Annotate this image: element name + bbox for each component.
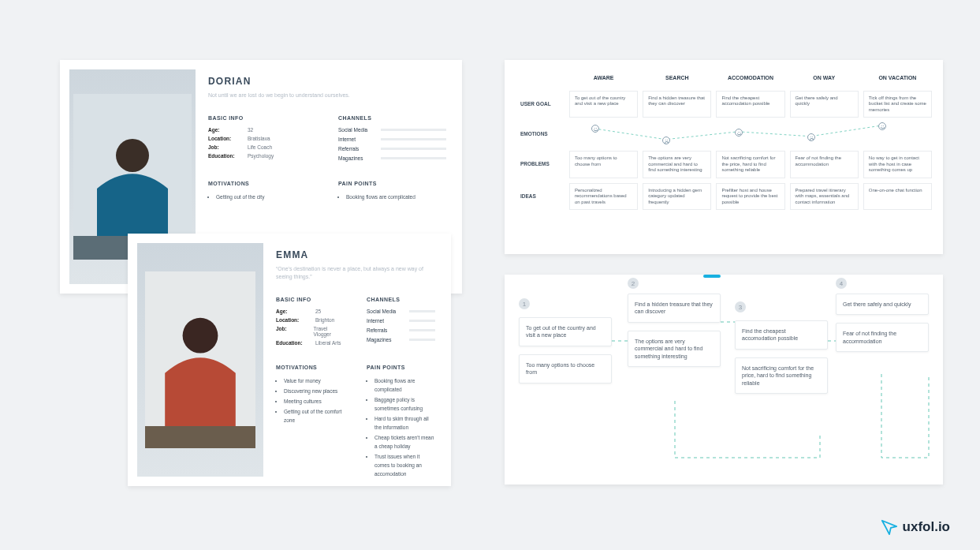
step-dot-active (703, 275, 721, 278)
journey-cell: Introducing a hidden gem category update… (643, 183, 711, 211)
channel-bar: Magazines (338, 155, 446, 161)
journey-row-ideas: IDEAS (516, 183, 565, 211)
flow-card: Too many options to choose from (519, 354, 612, 384)
channel-bar: Social Media (338, 127, 446, 133)
flow-card: To get out of the country and visit a ne… (519, 317, 612, 346)
brand-logo: uxfol.io (881, 518, 950, 536)
channel-bar: Social Media (367, 309, 435, 314)
persona-name: EMMA (276, 249, 435, 260)
journey-cell: Find the cheapest accomodation possible (716, 91, 784, 118)
svg-point-4 (183, 318, 218, 354)
journey-col-onway: ON WAY (790, 71, 859, 86)
step-dot: 1 (519, 298, 530, 309)
journey-map: AWARE SEARCH ACCOMODATION ON WAY ON VACA… (505, 60, 943, 254)
flow-card: Find a hidden treasure that they can dis… (628, 294, 721, 323)
journey-cell: One-on-one chat function (863, 183, 932, 211)
section-painpoints: PAIN POINTS (338, 181, 446, 186)
channel-bar: Magazines (367, 337, 435, 342)
section-motivations: MOTIVATIONS (208, 181, 316, 186)
list-item: Booking flows are complicated (346, 193, 446, 201)
section-channels: CHANNELS (367, 297, 435, 302)
journey-cell: Prepared travel itinerary with maps, ess… (790, 183, 859, 211)
brand-text: uxfol.io (903, 519, 950, 535)
flow-board: 1 2 3 4 To get out of the country and vi… (505, 275, 943, 485)
flow-card: Find the cheapest accomodation possible (735, 320, 828, 350)
persona-image (137, 243, 263, 477)
persona-name: DORIAN (208, 76, 446, 87)
journey-cell: Fear of not finding the accommodation (790, 151, 859, 178)
journey-col-search: SEARCH (643, 71, 711, 86)
section-painpoints: PAIN POINTS (367, 365, 435, 370)
flow-card: Fear of not finding the accommodation (836, 323, 929, 352)
journey-cell: Get there safely and quickly (790, 91, 859, 118)
journey-cell: Not sacrificing comfort for the price, h… (716, 151, 784, 178)
step-dot: 3 (735, 301, 746, 312)
persona-quote: “One's destination is never a place, but… (276, 265, 434, 281)
journey-row-emotions: EMOTIONS (516, 122, 565, 146)
journey-col-aware: AWARE (569, 71, 638, 86)
persona-quote: Not until we are lost do we begin to und… (208, 92, 366, 99)
journey-col-accom: ACCOMODATION (716, 71, 784, 86)
flow-card: The options are very commercial and hard… (628, 331, 721, 367)
journey-cell: No way to get in contact with the host i… (863, 151, 932, 178)
section-basic-info: BASIC INFO (276, 297, 345, 302)
channel-bar: Referrals (338, 146, 446, 152)
journey-row-problems: PROBLEMS (516, 151, 565, 178)
list-item: Getting out of the comfort zone (284, 407, 345, 425)
section-channels: CHANNELS (338, 115, 446, 121)
channel-bar: Internet (338, 137, 446, 142)
journey-col-vac: ON VACATION (863, 71, 932, 86)
list-item: Booking flows are complicated (374, 376, 435, 394)
list-item: Value for money (284, 376, 345, 385)
list-item: Getting out of the city (216, 193, 316, 201)
list-item: Hard to skim through all the information (374, 414, 435, 432)
section-basic-info: BASIC INFO (208, 115, 316, 121)
section-motivations: MOTIVATIONS (276, 365, 345, 370)
list-item: Cheap tickets aren't mean a cheap holida… (374, 433, 435, 451)
flow-card: Get there safely and quickly (836, 294, 929, 315)
journey-cell: The options are very commercial and hard… (643, 151, 711, 178)
channel-bar: Referrals (367, 327, 435, 333)
list-item: Meeting cultures (284, 397, 345, 406)
flow-card: Not sacrificing comfort for the price, h… (735, 357, 828, 394)
journey-cell: To get out of the country and visit a ne… (569, 91, 638, 118)
persona-card-emma: EMMA “One's destination is never a place… (128, 234, 451, 486)
list-item: Discovering new places (284, 387, 345, 395)
svg-point-1 (116, 139, 149, 172)
journey-cell: Find a hidden treasure that they can dis… (643, 91, 711, 118)
journey-cell: Tick off things from the bucket list and… (863, 91, 932, 118)
paper-plane-icon (881, 518, 898, 536)
journey-row-goal: USER GOAL (516, 91, 565, 118)
step-dot: 4 (836, 278, 847, 289)
list-item: Baggage policy is sometimes confusing (374, 395, 435, 413)
journey-cell: Prefilter host and house request to prov… (716, 183, 784, 211)
step-dot: 2 (628, 278, 639, 289)
journey-cell: Personalized recommendations based on pa… (569, 183, 638, 211)
channel-bar: Internet (367, 318, 435, 324)
journey-cell: Too many options to choose from (569, 151, 638, 178)
list-item: Trust issues when it comes to booking an… (374, 452, 435, 478)
svg-rect-5 (145, 426, 255, 448)
